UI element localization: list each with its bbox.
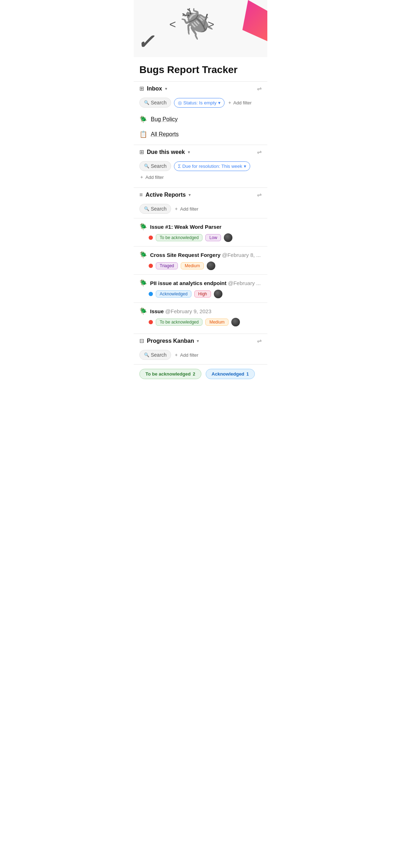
inbox-add-filter-plus-icon: ＋ xyxy=(227,99,232,106)
kanban-section-title: Progress Kanban xyxy=(147,338,194,344)
issue-item-2[interactable]: 🪲 Cross Site Request Forgery @February 8… xyxy=(134,246,267,274)
active-filter-bar: 🔍 Search ＋ Add filter xyxy=(134,202,267,218)
kanban-header-left[interactable]: ⊟ Progress Kanban ▾ xyxy=(139,337,199,344)
ack-label: Acknowledged xyxy=(212,371,245,377)
kanban-add-filter-label: Add filter xyxy=(180,352,198,358)
issue-2-priority-tag: Medium xyxy=(181,262,204,269)
issue-2-tags: Triaged Medium xyxy=(139,262,262,270)
active-expand-icon[interactable]: ⇌ xyxy=(257,191,262,198)
sigma-icon: Σ xyxy=(178,164,181,169)
due-this-week-section-header: ⊞ Due this week ▾ ⇌ xyxy=(134,145,267,159)
due-search-pill[interactable]: 🔍 Search xyxy=(139,161,171,171)
kanban-grid-icon: ⊟ xyxy=(139,337,144,344)
issue-item-3[interactable]: 🪲 PII issue at analytics endpoint @Febru… xyxy=(134,274,267,303)
issue-3-date: @February ... xyxy=(228,280,261,286)
due-search-label: Search xyxy=(151,163,166,169)
ack-status-badge[interactable]: Acknowledged 1 xyxy=(206,369,255,379)
inbox-status-filter[interactable]: ◎ Status: Is empty ▾ xyxy=(174,98,224,108)
tba-count: 2 xyxy=(193,372,195,377)
active-list-icon: ≡ xyxy=(139,192,143,198)
issue-4-date: @February 9, 2023 xyxy=(165,308,211,314)
issue-4-avatar xyxy=(231,318,240,326)
active-section-title: Active Reports xyxy=(145,192,186,198)
issue-3-status-tag: Acknowledged xyxy=(156,290,191,298)
active-add-filter-label: Add filter xyxy=(180,206,198,212)
active-add-filter[interactable]: ＋ Add filter xyxy=(174,206,198,212)
issue-1-title-row: 🪲 Issue #1: Weak Word Parser xyxy=(139,223,262,231)
issue-4-title: Issue @February 9, 2023 xyxy=(150,308,262,314)
kanban-chevron-icon: ▾ xyxy=(197,339,199,343)
issue-1-priority-tag: Low xyxy=(205,234,221,241)
issue-3-title-text: PII issue at analytics endpoint xyxy=(150,280,226,286)
due-resolution-filter[interactable]: Σ Due for resolution: This week ▾ xyxy=(174,161,250,171)
issue-1-dot xyxy=(149,236,153,240)
issue-3-title-row: 🪲 PII issue at analytics endpoint @Febru… xyxy=(139,279,262,287)
active-search-label: Search xyxy=(151,206,166,212)
active-chevron-icon: ▾ xyxy=(189,192,191,197)
due-grid-icon: ⊞ xyxy=(139,149,144,155)
issue-2-dot xyxy=(149,264,153,268)
inbox-chevron-icon: ▾ xyxy=(165,86,167,91)
active-search-pill[interactable]: 🔍 Search xyxy=(139,204,171,214)
kanban-search-pill[interactable]: 🔍 Search xyxy=(139,350,171,360)
bug-policy-icon: 🪲 xyxy=(139,115,147,123)
status-filter-circle-icon: ◎ xyxy=(178,100,182,105)
due-section-title: Due this week xyxy=(147,149,185,155)
bug-policy-label: Bug Policy xyxy=(151,116,178,123)
kanban-add-filter-plus-icon: ＋ xyxy=(174,352,179,358)
inbox-grid-icon: ⊞ xyxy=(139,85,144,92)
issue-4-priority-tag: Medium xyxy=(205,319,228,326)
issue-item-4[interactable]: 🪲 Issue @February 9, 2023 To be acknowle… xyxy=(134,303,267,331)
hero-banner: < > / 🪲 ✓ xyxy=(134,0,267,57)
issue-4-title-row: 🪲 Issue @February 9, 2023 xyxy=(139,307,262,315)
issue-2-bug-icon: 🪲 xyxy=(139,251,147,259)
due-search-icon: 🔍 xyxy=(144,164,149,169)
due-resolution-filter-label: Due for resolution: This week xyxy=(182,164,242,169)
nav-bug-policy[interactable]: 🪲 Bug Policy xyxy=(134,112,267,127)
nav-all-reports[interactable]: 📋 All Reports xyxy=(134,127,267,142)
hero-bug-icon: 🪲 xyxy=(179,7,215,41)
active-add-filter-plus-icon: ＋ xyxy=(174,206,179,212)
page-title: Bugs Report Tracker xyxy=(134,57,267,81)
issue-2-date: @February 8, ... xyxy=(222,252,261,258)
due-add-filter-label: Add filter xyxy=(145,175,164,180)
issue-1-tags: To be acknowledged Low xyxy=(139,233,262,242)
issue-4-dot xyxy=(149,320,153,324)
inbox-add-filter-label: Add filter xyxy=(233,100,252,105)
kanban-add-filter[interactable]: ＋ Add filter xyxy=(174,352,198,358)
issue-1-avatar xyxy=(224,233,232,242)
inbox-filter-bar: 🔍 Search ◎ Status: Is empty ▾ ＋ Add filt… xyxy=(134,95,267,112)
tba-status-badge[interactable]: To be acknowledged 2 xyxy=(139,369,201,379)
due-add-filter[interactable]: ＋ Add filter xyxy=(139,174,164,180)
inbox-add-filter[interactable]: ＋ Add filter xyxy=(227,99,252,106)
tba-label: To be acknowledged xyxy=(145,371,191,377)
all-reports-icon: 📋 xyxy=(139,130,147,138)
kanban-filter-bar: 🔍 Search ＋ Add filter xyxy=(134,348,267,364)
all-reports-label: All Reports xyxy=(151,131,179,138)
ack-count: 1 xyxy=(246,372,249,377)
inbox-expand-icon[interactable]: ⇌ xyxy=(257,85,262,92)
issue-1-title: Issue #1: Weak Word Parser xyxy=(150,224,262,230)
status-filter-chevron: ▾ xyxy=(218,100,221,105)
due-header-left[interactable]: ⊞ Due this week ▾ xyxy=(139,149,190,155)
due-expand-icon[interactable]: ⇌ xyxy=(257,149,262,155)
due-resolution-chevron: ▾ xyxy=(244,164,246,169)
issue-4-tags: To be acknowledged Medium xyxy=(139,318,262,326)
issue-4-title-text: Issue xyxy=(150,308,164,314)
inbox-status-filter-label: Status: Is empty xyxy=(183,100,216,105)
active-header-left[interactable]: ≡ Active Reports ▾ xyxy=(139,192,191,198)
inbox-header-left[interactable]: ⊞ Inbox ▾ xyxy=(139,85,167,92)
due-chevron-icon: ▾ xyxy=(188,150,190,155)
kanban-search-icon: 🔍 xyxy=(144,352,149,357)
kanban-expand-icon[interactable]: ⇌ xyxy=(257,337,262,344)
issue-2-title-row: 🪲 Cross Site Request Forgery @February 8… xyxy=(139,251,262,259)
inbox-section-header: ⊞ Inbox ▾ ⇌ xyxy=(134,81,267,95)
due-add-filter-plus-icon: ＋ xyxy=(139,174,144,180)
issue-3-avatar xyxy=(214,290,222,298)
issue-3-tags: Acknowledged High xyxy=(139,290,262,298)
inbox-search-pill[interactable]: 🔍 Search xyxy=(139,98,171,108)
kanban-status-bar: To be acknowledged 2 Acknowledged 1 xyxy=(134,364,267,383)
issue-item-1[interactable]: 🪲 Issue #1: Weak Word Parser To be ackno… xyxy=(134,218,267,246)
active-reports-section-header: ≡ Active Reports ▾ ⇌ xyxy=(134,187,267,202)
issue-4-bug-icon: 🪲 xyxy=(139,307,147,315)
